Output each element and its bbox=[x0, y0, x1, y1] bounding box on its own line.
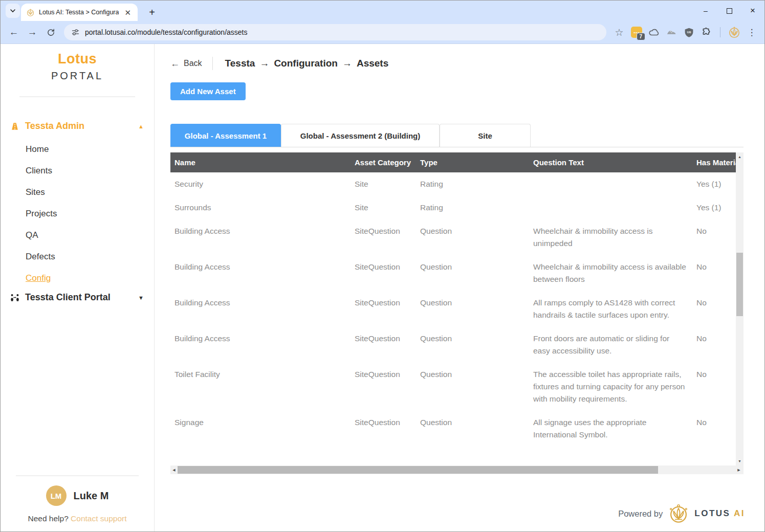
cell-type: Question bbox=[416, 411, 529, 447]
cell-question: All signage uses the appropriate Interna… bbox=[529, 411, 692, 447]
column-header-type: Type bbox=[416, 152, 529, 172]
cell-type: Rating bbox=[416, 196, 529, 219]
window-minimize-button[interactable]: – bbox=[694, 1, 717, 21]
cell-material: No bbox=[692, 411, 736, 447]
breadcrumb-path: Tessta→Configuration→Assets bbox=[225, 58, 389, 69]
cell-category: SiteQuestion bbox=[351, 291, 416, 327]
sidebar-item-config[interactable]: Config bbox=[1, 268, 154, 289]
horizontal-scrollbar-thumb[interactable] bbox=[178, 466, 658, 474]
table-row[interactable]: Building AccessSiteQuestionQuestionWheel… bbox=[170, 255, 736, 291]
cell-name: Security bbox=[170, 172, 351, 196]
url-text: portal.lotusai.co/module/tessta/configur… bbox=[85, 28, 248, 36]
tab-close-icon[interactable]: ✕ bbox=[123, 8, 133, 17]
tab-global-assessment-2-building[interactable]: Global - Assessment 2 (Building) bbox=[281, 124, 440, 147]
lotus-brand-text: LOTUS AI bbox=[694, 508, 745, 519]
bookmark-star-icon[interactable]: ☆ bbox=[611, 25, 627, 40]
cell-type: Question bbox=[416, 255, 529, 291]
tab-search-button[interactable] bbox=[6, 4, 20, 18]
contact-support-link[interactable]: Contact support bbox=[71, 514, 126, 523]
brand-title: Lotus bbox=[1, 51, 154, 67]
cell-material: Yes (1) bbox=[692, 196, 736, 219]
cell-name: Building Access bbox=[170, 255, 351, 291]
sidebar-section-client-portal[interactable]: Tessta Client Portal ▼ bbox=[1, 292, 154, 303]
brand-ai: AI bbox=[734, 508, 745, 518]
caret-up-icon[interactable]: ▲ bbox=[138, 123, 144, 129]
cell-question: All ramps comply to AS1428 with correct … bbox=[529, 291, 692, 327]
cell-type: Question bbox=[416, 219, 529, 255]
browser-menu-kebab-icon[interactable]: ⋮ bbox=[744, 25, 759, 40]
password-extension-icon[interactable]: ••• 7 bbox=[629, 25, 644, 40]
sidebar-item-defects[interactable]: Defects bbox=[1, 246, 154, 268]
extensions-puzzle-icon[interactable] bbox=[698, 25, 714, 40]
column-header-category: Asset Category bbox=[351, 152, 416, 172]
table-row[interactable]: Building AccessSiteQuestionQuestionAll r… bbox=[170, 291, 736, 327]
cell-material: No bbox=[692, 327, 736, 363]
user-avatar[interactable]: LM bbox=[46, 485, 67, 506]
cell-name: Building Access bbox=[170, 219, 351, 255]
cell-question bbox=[529, 172, 692, 196]
cell-question: Wheelchair & immobility access is unimpe… bbox=[529, 219, 692, 255]
brand-lotus: LOTUS bbox=[694, 508, 730, 518]
window-close-button[interactable]: × bbox=[741, 1, 764, 21]
cell-category: Site bbox=[351, 172, 416, 196]
table-row[interactable]: Building AccessSiteQuestionQuestionWheel… bbox=[170, 219, 736, 255]
table-row[interactable]: SignageSiteQuestionQuestionAll signage u… bbox=[170, 411, 736, 447]
app-window: Lotus PORTAL Tessta Admin ▲ HomeClientsS… bbox=[1, 44, 764, 531]
url-bar[interactable]: portal.lotusai.co/module/tessta/configur… bbox=[64, 24, 606, 40]
browser-toolbar: ← → portal.lotusai.co/module/tessta/conf… bbox=[1, 21, 764, 44]
back-link[interactable]: ← Back bbox=[170, 58, 202, 69]
sidebar-section-label: Tessta Admin bbox=[25, 121, 133, 131]
caret-down-icon[interactable]: ▼ bbox=[138, 295, 144, 301]
sidebar-item-sites[interactable]: Sites bbox=[1, 182, 154, 203]
cell-category: Site bbox=[351, 196, 416, 219]
horizontal-scrollbar[interactable]: ◀ ▶ bbox=[170, 465, 744, 474]
breadcrumb-item-tessta[interactable]: Tessta bbox=[225, 58, 255, 69]
refresh-icon bbox=[47, 28, 55, 37]
table-row[interactable]: Toilet FacilitySiteQuestionQuestionThe a… bbox=[170, 363, 736, 411]
window-maximize-button[interactable] bbox=[717, 1, 741, 21]
sidebar-section-tessta-admin[interactable]: Tessta Admin ▲ bbox=[1, 121, 154, 131]
vertical-scrollbar[interactable]: ▲ ▼ bbox=[736, 152, 744, 465]
profile-avatar-lotus-icon[interactable] bbox=[727, 25, 742, 40]
add-new-asset-button[interactable]: Add New Asset bbox=[170, 82, 246, 100]
sidebar-divider bbox=[19, 96, 135, 97]
cell-name: Building Access bbox=[170, 291, 351, 327]
tab-site[interactable]: Site bbox=[440, 124, 531, 147]
new-tab-button[interactable]: + bbox=[145, 5, 159, 19]
user-name: Luke M bbox=[74, 490, 109, 502]
tabs-underline bbox=[170, 147, 744, 147]
sidebar-item-qa[interactable]: QA bbox=[1, 225, 154, 246]
ublock-shield-icon[interactable]: U0 bbox=[681, 25, 696, 40]
tab-title: Lotus AI: Tessta > Configuration bbox=[39, 9, 119, 16]
cell-material: No bbox=[692, 291, 736, 327]
scroll-left-arrow-icon[interactable]: ◀ bbox=[170, 468, 178, 472]
cloud-extension-icon[interactable] bbox=[646, 25, 662, 40]
sneaker-extension-icon[interactable] bbox=[664, 25, 679, 40]
cell-name: Toilet Facility bbox=[170, 363, 351, 411]
table-row[interactable]: SecuritySiteRatingYes (1) bbox=[170, 172, 736, 196]
cell-name: Building Access bbox=[170, 327, 351, 363]
breadcrumb-item-configuration[interactable]: Configuration bbox=[274, 58, 338, 69]
table-row[interactable]: Building AccessSiteQuestionQuestionFront… bbox=[170, 327, 736, 363]
sidebar-item-home[interactable]: Home bbox=[1, 139, 154, 160]
breadcrumb-item-assets[interactable]: Assets bbox=[357, 58, 388, 69]
browser-tab[interactable]: Lotus AI: Tessta > Configuration ✕ bbox=[21, 4, 138, 21]
cell-name: Signage bbox=[170, 411, 351, 447]
sidebar: Lotus PORTAL Tessta Admin ▲ HomeClientsS… bbox=[1, 44, 155, 531]
window-controls: – × bbox=[694, 1, 764, 21]
sidebar-section-label: Tessta Client Portal bbox=[25, 292, 133, 303]
forward-button[interactable]: → bbox=[24, 24, 40, 40]
cell-question: Front doors are automatic or sliding for… bbox=[529, 327, 692, 363]
scroll-up-arrow-icon[interactable]: ▲ bbox=[736, 155, 744, 159]
scroll-right-arrow-icon[interactable]: ▶ bbox=[735, 468, 742, 472]
vertical-scrollbar-thumb[interactable] bbox=[736, 253, 743, 316]
refresh-button[interactable] bbox=[42, 24, 59, 40]
lotus-logo-icon bbox=[668, 503, 689, 524]
scroll-down-arrow-icon[interactable]: ▼ bbox=[736, 459, 744, 463]
tab-global-assessment-1[interactable]: Global - Assessment 1 bbox=[170, 124, 281, 147]
sidebar-item-clients[interactable]: Clients bbox=[1, 160, 154, 182]
powered-by-label: Powered by bbox=[618, 509, 663, 519]
sidebar-item-projects[interactable]: Projects bbox=[1, 203, 154, 225]
table-row[interactable]: SurroundsSiteRatingYes (1) bbox=[170, 196, 736, 219]
back-button[interactable]: ← bbox=[6, 24, 22, 40]
